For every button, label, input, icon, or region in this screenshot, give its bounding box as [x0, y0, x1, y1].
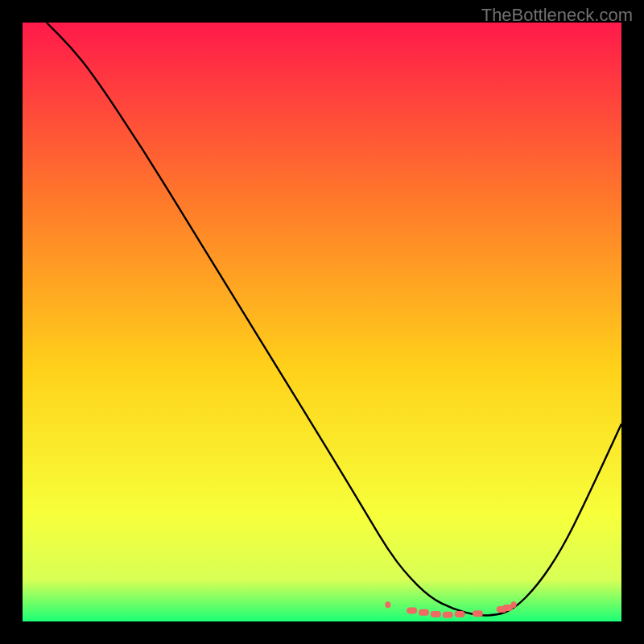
bottleneck-curve — [47, 23, 621, 616]
marker-dot — [431, 611, 441, 617]
curve-layer — [23, 23, 621, 621]
chart-frame: TheBottleneck.com — [0, 0, 644, 644]
marker-dot — [455, 611, 465, 617]
marker-dot — [385, 601, 390, 608]
marker-dot — [407, 608, 417, 614]
marker-dot — [443, 612, 453, 618]
marker-dot — [511, 601, 517, 608]
watermark-text: TheBottleneck.com — [481, 5, 633, 26]
marker-dot — [419, 609, 429, 616]
marker-dot — [473, 610, 483, 617]
marker-group — [385, 601, 516, 618]
plot-area — [23, 23, 621, 621]
